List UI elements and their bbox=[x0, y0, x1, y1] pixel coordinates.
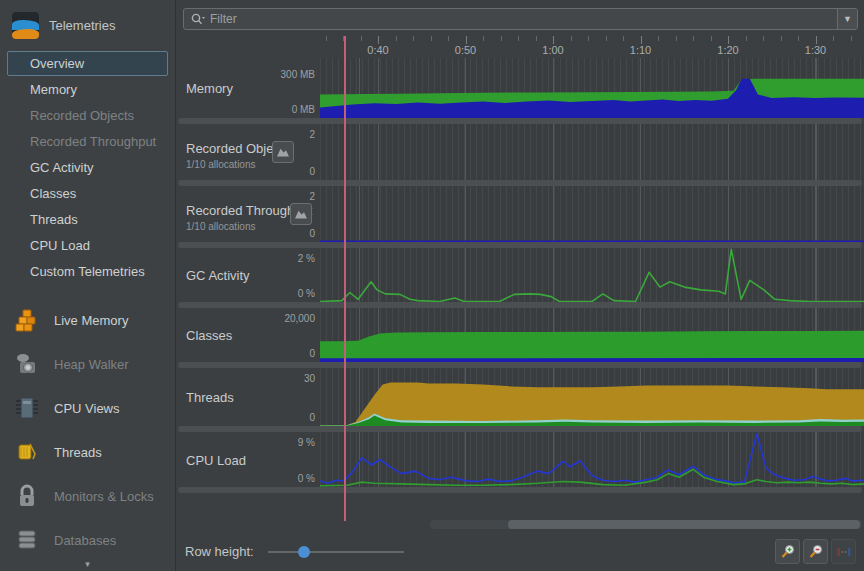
row-label-area: Classes 20,000 0 bbox=[176, 308, 320, 362]
time-tick-label: 1:30 bbox=[805, 44, 826, 56]
gc-activity-chart[interactable] bbox=[320, 248, 864, 302]
threads-chart[interactable] bbox=[320, 368, 864, 426]
scale-max: 20,000 bbox=[284, 313, 315, 324]
row-height-label: Row height: bbox=[185, 544, 254, 559]
horizontal-scrollbar[interactable] bbox=[430, 520, 862, 529]
chart-thumbnail-button[interactable] bbox=[290, 203, 312, 225]
row-height-slider[interactable] bbox=[268, 545, 404, 558]
time-tick-label: 0:50 bbox=[455, 44, 476, 56]
recorded-objects-chart[interactable] bbox=[320, 124, 864, 180]
chevron-down-icon[interactable]: ▼ bbox=[837, 9, 857, 29]
scale-min: 0 bbox=[309, 412, 315, 423]
view-label: Live Memory bbox=[54, 313, 128, 328]
view-threads[interactable]: Threads bbox=[0, 430, 175, 474]
view-databases: Databases bbox=[0, 518, 175, 562]
telemetry-row-memory[interactable]: Memory 300 MB 0 MB bbox=[176, 58, 864, 118]
recorded-throughput-chart[interactable] bbox=[320, 186, 864, 242]
view-cpu-views[interactable]: CPU Views bbox=[0, 386, 175, 430]
slider-track[interactable] bbox=[268, 551, 404, 553]
time-tick-label: 1:00 bbox=[542, 44, 563, 56]
search-icon[interactable] bbox=[184, 9, 210, 29]
scale-min: 0 % bbox=[298, 288, 315, 299]
row-label-area: Threads 30 0 bbox=[176, 368, 320, 426]
scale-min: 0 MB bbox=[292, 104, 315, 115]
area-chart-icon bbox=[295, 210, 307, 219]
databases-icon bbox=[13, 526, 41, 554]
row-title: Threads bbox=[186, 390, 234, 405]
view-monitors-locks: Monitors & Locks bbox=[0, 474, 175, 518]
row-title: GC Activity bbox=[186, 268, 250, 283]
sidebar-header: Telemetries bbox=[0, 0, 175, 49]
scale-max: 2 % bbox=[298, 253, 315, 264]
view-label: Heap Walker bbox=[54, 357, 129, 372]
sidebar-item-gc-activity[interactable]: GC Activity bbox=[7, 155, 168, 180]
chart-thumbnail-button[interactable] bbox=[272, 141, 294, 163]
view-label: Threads bbox=[54, 445, 102, 460]
row-separator[interactable] bbox=[178, 487, 862, 493]
scale-max: 9 % bbox=[298, 437, 315, 448]
bookmark-line[interactable] bbox=[344, 36, 346, 521]
series-cpu-load bbox=[320, 434, 864, 484]
threads-icon bbox=[13, 438, 41, 466]
time-tick-label: 0:40 bbox=[367, 44, 388, 56]
slider-thumb[interactable] bbox=[298, 546, 310, 558]
sidebar-item-cpu-load[interactable]: CPU Load bbox=[7, 233, 168, 258]
zoom-out-button[interactable] bbox=[803, 539, 828, 564]
scale-min: 0 bbox=[309, 228, 315, 239]
sidebar-item-classes[interactable]: Classes bbox=[7, 181, 168, 206]
main-panel: ▼ 0:400:501:001:101:201:30 Memory 300 MB… bbox=[176, 0, 864, 571]
view-label: CPU Views bbox=[54, 401, 120, 416]
zoom-in-button[interactable] bbox=[775, 539, 800, 564]
app-window: Telemetries Overview Memory Recorded Obj… bbox=[0, 0, 864, 571]
time-axis: 0:400:501:001:101:201:30 bbox=[176, 36, 864, 58]
view-sections: Live Memory Heap Walker bbox=[0, 298, 175, 571]
bottom-bar: Row height: bbox=[176, 529, 864, 564]
sidebar-header-label: Telemetries bbox=[49, 18, 115, 33]
monitors-locks-icon bbox=[13, 482, 41, 510]
row-label-area: GC Activity 2 % 0 % bbox=[176, 248, 320, 302]
toolbar: ▼ bbox=[176, 0, 864, 36]
series-total-classes bbox=[320, 331, 864, 362]
zoom-out-icon bbox=[808, 544, 824, 560]
area-chart-icon bbox=[277, 148, 289, 157]
row-title: Memory bbox=[186, 81, 233, 96]
telemetry-row-cpu-load[interactable]: CPU Load 9 % 0 % bbox=[176, 432, 864, 487]
telemetry-row-threads[interactable]: Threads 30 0 bbox=[176, 368, 864, 426]
scrollbar-thumb[interactable] bbox=[508, 520, 860, 529]
row-label-area: CPU Load 9 % 0 % bbox=[176, 432, 320, 487]
memory-chart[interactable] bbox=[320, 58, 864, 118]
filter-input[interactable] bbox=[210, 9, 837, 29]
scale-max: 30 bbox=[304, 373, 315, 384]
sidebar-item-custom-telemetries[interactable]: Custom Telemetries bbox=[7, 259, 168, 284]
telemetries-nav: Overview Memory Recorded Objects Recorde… bbox=[0, 51, 175, 284]
scale-max: 2 bbox=[309, 191, 315, 202]
view-live-memory[interactable]: Live Memory bbox=[0, 298, 175, 342]
series-gc-activity bbox=[320, 249, 864, 301]
fit-to-window-button bbox=[831, 539, 856, 564]
row-subtitle: 1/10 allocations bbox=[186, 221, 256, 232]
scale-min: 0 % bbox=[298, 473, 315, 484]
series-waiting-threads bbox=[320, 383, 864, 427]
row-label-area: Memory 300 MB 0 MB bbox=[176, 58, 320, 118]
sidebar-item-threads[interactable]: Threads bbox=[7, 207, 168, 232]
scale-max: 2 bbox=[309, 129, 315, 140]
time-tick-label: 1:20 bbox=[717, 44, 738, 56]
view-label: Databases bbox=[54, 533, 116, 548]
row-title: Classes bbox=[186, 328, 232, 343]
sidebar-item-overview[interactable]: Overview bbox=[7, 51, 168, 76]
view-label: Monitors & Locks bbox=[54, 489, 154, 504]
telemetry-row-gc-activity[interactable]: GC Activity 2 % 0 % bbox=[176, 248, 864, 302]
sidebar-item-recorded-throughput: Recorded Throughput bbox=[7, 129, 168, 154]
telemetry-row-recorded-throughput[interactable]: Recorded Throughput 1/10 allocations 2 0 bbox=[176, 186, 864, 242]
cpu-load-chart[interactable] bbox=[320, 432, 864, 487]
row-subtitle: 1/10 allocations bbox=[186, 159, 256, 170]
scale-max: 300 MB bbox=[281, 69, 315, 80]
telemetry-row-classes[interactable]: Classes 20,000 0 bbox=[176, 308, 864, 362]
scale-min: 0 bbox=[309, 166, 315, 177]
telemetries-icon bbox=[12, 12, 39, 39]
sidebar-item-memory[interactable]: Memory bbox=[7, 77, 168, 102]
telemetry-row-recorded-objects[interactable]: Recorded Objects 1/10 allocations 2 0 bbox=[176, 124, 864, 180]
cpu-views-icon bbox=[13, 394, 41, 422]
classes-chart[interactable] bbox=[320, 308, 864, 362]
sidebar-scroll-down-indicator[interactable]: ▾ bbox=[85, 559, 90, 569]
